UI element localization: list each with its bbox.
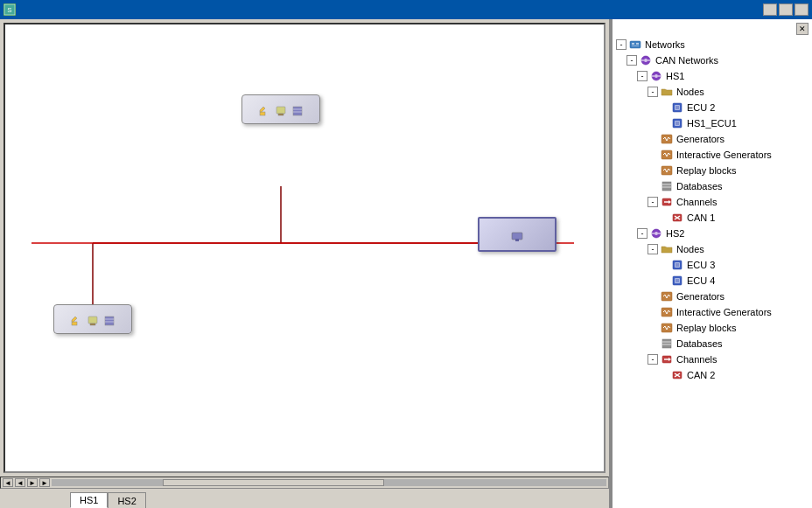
- tree-icon-can-networks: [639, 53, 653, 67]
- tree-icon-hs2: [649, 226, 663, 240]
- tree-item-generators-hs2[interactable]: Generators: [616, 289, 808, 304]
- ecu2-node[interactable]: [53, 304, 132, 334]
- svg-rect-25: [636, 43, 639, 45]
- svg-rect-15: [515, 239, 519, 241]
- tree-toggle-nodes-hs2[interactable]: -: [648, 244, 658, 254]
- svg-rect-10: [278, 114, 284, 115]
- tree-item-databases-hs2[interactable]: Databases: [616, 336, 808, 351]
- tree-icon-ecu4: [670, 274, 684, 288]
- tree-icon-hs1: [649, 69, 663, 83]
- tree-toggle-channels-hs2[interactable]: -: [648, 354, 658, 365]
- title-bar-left: S: [4, 3, 19, 16]
- svg-point-28: [644, 59, 648, 62]
- tree-label-interactive-gen-hs2: Interactive Generators: [676, 307, 772, 317]
- tree-item-replay-hs1[interactable]: Replay blocks: [616, 163, 808, 178]
- tree-item-ecu2[interactable]: ECU 2: [616, 100, 808, 115]
- title-bar: S: [0, 0, 812, 19]
- scroll-thumb[interactable]: [163, 479, 385, 486]
- svg-rect-24: [632, 43, 634, 45]
- tree-toggle-hs1[interactable]: -: [637, 71, 648, 81]
- tree-icon-replay-hs1: [660, 164, 674, 177]
- tree-label-databases-hs1: Databases: [676, 181, 723, 191]
- tree-icon-generators-hs1: [660, 132, 674, 146]
- tree-item-channels-hs1[interactable]: -Channels: [616, 194, 808, 210]
- close-button[interactable]: [794, 3, 808, 16]
- ecu2-brush-icon[interactable]: [86, 314, 100, 328]
- scroll-next-button[interactable]: ►: [27, 478, 38, 487]
- tree-item-can1[interactable]: CAN 1: [616, 210, 808, 226]
- main-container: ◄ ◄ ► ► HS1 HS2 ✕ -Networks-CAN Networks…: [0, 19, 812, 508]
- tree-item-interactive-gen-hs2[interactable]: Interactive Generators: [616, 304, 808, 320]
- network-node[interactable]: [478, 217, 556, 252]
- scroll-track[interactable]: [52, 479, 606, 486]
- tree-label-networks: Networks: [645, 39, 685, 50]
- ecu1-node[interactable]: [242, 94, 320, 124]
- scroll-right-button[interactable]: ►: [39, 478, 50, 487]
- svg-rect-37: [676, 106, 679, 109]
- tree-icon-ecu2: [670, 101, 684, 115]
- tree-item-hs2[interactable]: -HS2: [616, 226, 808, 241]
- tree-item-channels-hs2[interactable]: -Channels: [616, 351, 808, 367]
- horizontal-scrollbar[interactable]: ◄ ◄ ► ►: [0, 477, 609, 489]
- svg-rect-46: [662, 150, 672, 159]
- tree-label-channels-hs1: Channels: [676, 197, 717, 207]
- tree-label-replay-hs2: Replay blocks: [676, 323, 736, 333]
- tree-item-nodes-hs2[interactable]: -Nodes: [616, 241, 808, 257]
- tab-bar: HS1 HS2: [0, 489, 609, 508]
- tree-toggle-can-networks[interactable]: -: [626, 55, 637, 66]
- tab-hs2[interactable]: HS2: [108, 492, 145, 508]
- tree-item-can2[interactable]: CAN 2: [616, 367, 808, 383]
- tree-item-can-networks[interactable]: -CAN Networks: [616, 52, 808, 68]
- svg-rect-16: [72, 322, 77, 325]
- tree-icon-channels-hs2: [660, 352, 674, 366]
- network-icon: [510, 229, 524, 243]
- svg-rect-75: [662, 292, 672, 301]
- tree-item-databases-hs1[interactable]: Databases: [616, 178, 808, 194]
- tree-label-databases-hs2: Databases: [676, 338, 723, 349]
- svg-rect-18: [88, 317, 97, 324]
- diagram-panel: ◄ ◄ ► ► HS1 HS2: [0, 19, 611, 508]
- ecu2-db-icon[interactable]: [102, 314, 116, 328]
- maximize-button[interactable]: [779, 3, 793, 16]
- tree-item-interactive-gen-hs1[interactable]: Interactive Generators: [616, 147, 808, 163]
- tree-label-replay-hs1: Replay blocks: [676, 165, 736, 176]
- svg-rect-74: [676, 279, 679, 282]
- scroll-left-button[interactable]: ◄: [3, 478, 13, 487]
- minimize-button[interactable]: [763, 3, 777, 16]
- diagram-canvas[interactable]: [4, 23, 606, 473]
- tree-item-nodes-hs1[interactable]: -Nodes: [616, 84, 808, 100]
- ecu2-edit-icon[interactable]: [69, 314, 83, 328]
- svg-marker-8: [260, 107, 265, 112]
- tree-icon-channels-hs1: [660, 195, 674, 209]
- tree-toggle-hs2[interactable]: -: [637, 228, 648, 239]
- ecu1-brush-icon[interactable]: [274, 104, 288, 118]
- tree-item-ecu4[interactable]: ECU 4: [616, 273, 808, 289]
- ecu1-edit-icon[interactable]: [257, 104, 271, 118]
- tree-label-hs1-ecu1: HS1_ECU1: [687, 118, 737, 129]
- svg-point-66: [654, 232, 658, 235]
- tree-item-hs1[interactable]: -HS1: [616, 68, 808, 84]
- tree-item-ecu3[interactable]: ECU 3: [616, 257, 808, 273]
- scroll-prev-button[interactable]: ◄: [15, 478, 25, 487]
- tree-icon-databases-hs2: [660, 337, 674, 351]
- tree-item-replay-hs2[interactable]: Replay blocks: [616, 320, 808, 336]
- tab-hs1[interactable]: HS1: [70, 492, 108, 508]
- svg-marker-17: [72, 317, 77, 322]
- svg-rect-41: [662, 135, 672, 143]
- tree-icon-can2: [670, 368, 684, 382]
- tree-close-button[interactable]: ✕: [796, 23, 808, 35]
- tree-item-networks[interactable]: -Networks: [616, 37, 808, 52]
- title-bar-controls: [763, 3, 808, 16]
- tree-label-nodes-hs2: Nodes: [676, 244, 704, 254]
- svg-rect-85: [662, 324, 672, 332]
- tree-item-generators-hs1[interactable]: Generators: [616, 131, 808, 147]
- tree-toggle-channels-hs1[interactable]: -: [648, 197, 658, 207]
- tree-icon-interactive-gen-hs2: [660, 305, 674, 319]
- svg-rect-56: [662, 182, 671, 191]
- tree-item-hs1-ecu1[interactable]: HS1_ECU1: [616, 115, 808, 131]
- tree-icon-generators-hs2: [660, 289, 674, 303]
- tree-toggle-nodes-hs1[interactable]: -: [648, 87, 658, 97]
- svg-text:S: S: [7, 6, 11, 14]
- ecu1-db-icon[interactable]: [290, 104, 304, 118]
- tree-toggle-networks[interactable]: -: [616, 39, 626, 50]
